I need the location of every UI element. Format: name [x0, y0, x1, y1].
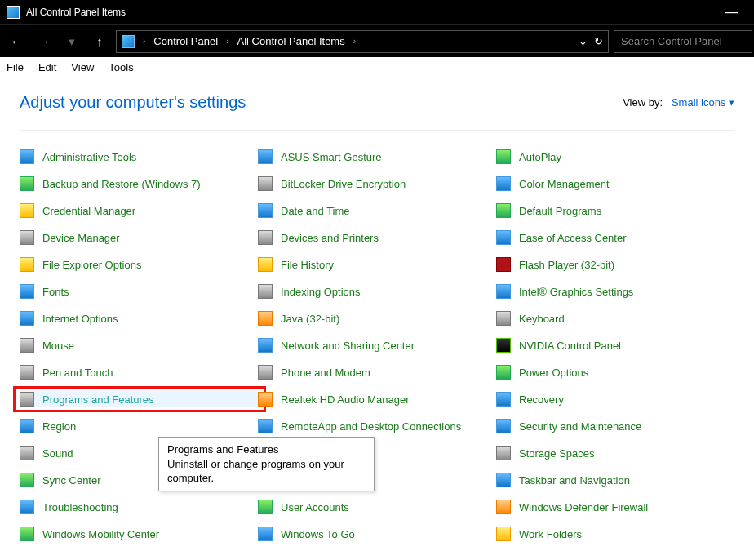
cpl-item[interactable]: Date and Time — [258, 202, 496, 219]
page-title: Adjust your computer's settings — [20, 93, 623, 112]
view-by-dropdown[interactable]: Small icons ▾ — [672, 96, 734, 109]
cpl-item[interactable]: Fonts — [20, 283, 258, 300]
item-icon — [496, 527, 511, 541]
item-label: Flash Player (32-bit) — [519, 259, 614, 271]
nav-bar: ← → ▾ ↑ › Control Panel › All Control Pa… — [0, 24, 754, 57]
item-label: Storage Spaces — [519, 447, 595, 460]
cpl-item[interactable]: Work Folders — [496, 526, 734, 542]
cpl-item[interactable]: Storage Spaces — [496, 445, 734, 461]
item-icon — [20, 446, 34, 460]
item-label: Programs and Features — [42, 393, 154, 406]
item-icon — [496, 284, 511, 299]
cpl-item[interactable]: Flash Player (32-bit) — [496, 256, 734, 273]
chevron-icon[interactable]: › — [143, 37, 145, 46]
item-icon — [20, 419, 34, 433]
cpl-item[interactable]: AutoPlay — [496, 149, 734, 165]
item-icon — [20, 500, 34, 514]
cpl-item[interactable]: Mouse — [20, 337, 258, 353]
cpl-item[interactable]: BitLocker Drive Encryption — [258, 176, 496, 192]
item-label: Windows To Go — [281, 528, 355, 540]
cpl-item[interactable]: Taskbar and Navigation — [496, 472, 734, 488]
item-label: Taskbar and Navigation — [519, 474, 630, 487]
cpl-item[interactable]: Credential Manager — [20, 202, 258, 219]
cpl-item[interactable]: Windows Mobility Center — [20, 526, 258, 542]
cpl-item[interactable]: ASUS Smart Gesture — [258, 149, 496, 165]
item-icon — [496, 473, 511, 487]
item-label: Backup and Restore (Windows 7) — [42, 178, 201, 190]
menu-edit[interactable]: Edit — [38, 61, 56, 73]
minimize-button[interactable]: — — [715, 5, 747, 20]
breadcrumb[interactable]: Control Panel — [153, 35, 218, 47]
cpl-item[interactable]: Indexing Options — [258, 283, 496, 300]
item-label: Work Folders — [519, 528, 582, 540]
title-bar: All Control Panel Items — — [0, 0, 754, 24]
cpl-item[interactable]: Intel® Graphics Settings — [496, 283, 734, 300]
menu-view[interactable]: View — [71, 61, 94, 73]
search-input[interactable]: Search Control Panel — [614, 30, 752, 53]
cpl-item[interactable]: Ease of Access Center — [496, 229, 734, 246]
item-icon — [20, 176, 34, 191]
item-label: Internet Options — [42, 313, 118, 325]
cpl-item[interactable]: Java (32-bit) — [258, 310, 496, 327]
forward-button[interactable]: → — [33, 30, 55, 53]
cpl-item[interactable]: Security and Maintenance — [496, 418, 734, 434]
cpl-item[interactable]: Windows To Go — [258, 526, 496, 542]
address-bar[interactable]: › Control Panel › All Control Panel Item… — [116, 30, 609, 53]
item-icon — [258, 527, 273, 541]
cpl-item[interactable]: Region — [20, 418, 258, 434]
control-panel-icon — [122, 35, 135, 48]
item-icon — [496, 500, 511, 514]
item-icon — [496, 257, 511, 272]
cpl-item[interactable]: Color Management — [496, 176, 734, 192]
cpl-item[interactable]: Programs and Features — [20, 391, 258, 407]
cpl-item[interactable]: Realtek HD Audio Manager — [258, 391, 496, 407]
cpl-item[interactable]: User Accounts — [258, 499, 496, 515]
menu-tools[interactable]: Tools — [109, 61, 133, 73]
cpl-item[interactable]: Default Programs — [496, 202, 734, 219]
item-icon — [496, 311, 511, 326]
cpl-item[interactable]: File Explorer Options — [20, 256, 258, 273]
cpl-item[interactable]: Backup and Restore (Windows 7) — [20, 176, 258, 192]
cpl-item[interactable]: Network and Sharing Center — [258, 337, 496, 353]
cpl-item[interactable]: Administrative Tools — [20, 149, 258, 165]
item-icon — [258, 365, 273, 380]
address-dropdown[interactable]: ⌄ — [579, 35, 588, 47]
cpl-item[interactable]: Power Options — [496, 364, 734, 380]
refresh-button[interactable]: ↻ — [594, 35, 603, 47]
window-title: All Control Panel Items — [26, 7, 715, 18]
history-dropdown[interactable]: ▾ — [60, 30, 83, 53]
tooltip-body: Uninstall or change programs on your com… — [167, 457, 366, 486]
item-label: User Accounts — [281, 501, 349, 513]
up-button[interactable]: ↑ — [88, 30, 111, 53]
item-icon — [258, 500, 273, 514]
nav-arrows: ← → ▾ ↑ — [0, 30, 116, 53]
item-icon — [20, 230, 34, 245]
cpl-item[interactable]: File History — [258, 256, 496, 273]
search-placeholder: Search Control Panel — [621, 35, 722, 47]
item-label: Phone and Modem — [281, 367, 370, 379]
chevron-icon[interactable]: › — [226, 37, 228, 46]
view-by: View by: Small icons ▾ — [623, 96, 734, 109]
item-icon — [496, 446, 511, 460]
menu-file[interactable]: File — [7, 61, 24, 73]
back-button[interactable]: ← — [5, 30, 28, 53]
cpl-item[interactable]: NVIDIA Control Panel — [496, 337, 734, 353]
cpl-item[interactable]: Devices and Printers — [258, 229, 496, 246]
cpl-item[interactable]: Pen and Touch — [20, 364, 258, 380]
cpl-item[interactable]: Keyboard — [496, 310, 734, 327]
item-icon — [496, 149, 511, 164]
view-by-label: View by: — [623, 96, 663, 109]
chevron-icon[interactable]: › — [353, 37, 356, 46]
cpl-item[interactable]: Troubleshooting — [20, 499, 258, 515]
cpl-item[interactable]: Phone and Modem — [258, 364, 496, 380]
item-icon — [20, 257, 34, 272]
item-label: Credential Manager — [42, 205, 135, 217]
cpl-item[interactable]: Device Manager — [20, 229, 258, 246]
breadcrumb[interactable]: All Control Panel Items — [237, 35, 344, 47]
cpl-item[interactable]: Recovery — [496, 391, 734, 407]
cpl-item[interactable]: Internet Options — [20, 310, 258, 327]
item-label: Intel® Graphics Settings — [519, 286, 633, 298]
item-icon — [496, 392, 511, 407]
cpl-item[interactable]: Windows Defender Firewall — [496, 499, 734, 515]
cpl-item[interactable]: RemoteApp and Desktop Connections — [258, 418, 496, 434]
